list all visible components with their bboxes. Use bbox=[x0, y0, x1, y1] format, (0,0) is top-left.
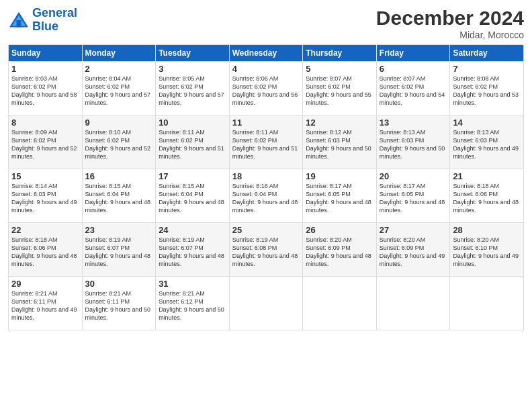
calendar-cell: 5Sunrise: 8:07 AMSunset: 6:02 PMDaylight… bbox=[303, 62, 377, 116]
logo-text: General Blue bbox=[32, 7, 77, 34]
calendar-cell: 8Sunrise: 8:09 AMSunset: 6:02 PMDaylight… bbox=[9, 116, 83, 169]
calendar-cell: 31Sunrise: 8:21 AMSunset: 6:12 PMDayligh… bbox=[156, 277, 230, 330]
header: General Blue December 2024 Midar, Morocc… bbox=[8, 7, 524, 40]
calendar-cell: 28Sunrise: 8:20 AMSunset: 6:10 PMDayligh… bbox=[450, 223, 524, 277]
calendar-cell: 24Sunrise: 8:19 AMSunset: 6:07 PMDayligh… bbox=[156, 223, 230, 277]
calendar-cell: 2Sunrise: 8:04 AMSunset: 6:02 PMDaylight… bbox=[82, 62, 156, 116]
calendar-week-4: 22Sunrise: 8:18 AMSunset: 6:06 PMDayligh… bbox=[9, 223, 524, 277]
calendar-title: December 2024 bbox=[376, 7, 524, 30]
calendar-cell: 26Sunrise: 8:20 AMSunset: 6:09 PMDayligh… bbox=[303, 223, 377, 277]
calendar-cell: 10Sunrise: 8:11 AMSunset: 6:02 PMDayligh… bbox=[156, 116, 230, 169]
logo-line2: Blue bbox=[32, 19, 58, 33]
calendar-cell: 30Sunrise: 8:21 AMSunset: 6:11 PMDayligh… bbox=[82, 277, 156, 330]
col-friday: Friday bbox=[376, 45, 450, 62]
logo-line1: General bbox=[32, 6, 77, 19]
calendar-cell: 25Sunrise: 8:19 AMSunset: 6:08 PMDayligh… bbox=[229, 223, 303, 277]
calendar-cell bbox=[450, 277, 524, 330]
calendar-cell: 4Sunrise: 8:06 AMSunset: 6:02 PMDaylight… bbox=[229, 62, 303, 116]
calendar-subtitle: Midar, Morocco bbox=[376, 30, 524, 40]
col-sunday: Sunday bbox=[9, 45, 83, 62]
calendar-cell: 22Sunrise: 8:18 AMSunset: 6:06 PMDayligh… bbox=[9, 223, 83, 277]
calendar-cell: 3Sunrise: 8:05 AMSunset: 6:02 PMDaylight… bbox=[156, 62, 230, 116]
calendar-cell: 23Sunrise: 8:19 AMSunset: 6:07 PMDayligh… bbox=[82, 223, 156, 277]
calendar-cell: 12Sunrise: 8:12 AMSunset: 6:03 PMDayligh… bbox=[303, 116, 377, 169]
calendar-cell bbox=[376, 277, 450, 330]
calendar-cell bbox=[229, 277, 303, 330]
col-saturday: Saturday bbox=[450, 45, 524, 62]
title-block: December 2024 Midar, Morocco bbox=[376, 7, 524, 40]
calendar-cell bbox=[303, 277, 377, 330]
calendar-cell: 7Sunrise: 8:08 AMSunset: 6:02 PMDaylight… bbox=[450, 62, 524, 116]
col-wednesday: Wednesday bbox=[229, 45, 303, 62]
calendar-cell: 14Sunrise: 8:13 AMSunset: 6:03 PMDayligh… bbox=[450, 116, 524, 169]
calendar-week-2: 8Sunrise: 8:09 AMSunset: 6:02 PMDaylight… bbox=[9, 116, 524, 169]
calendar-cell: 15Sunrise: 8:14 AMSunset: 6:03 PMDayligh… bbox=[9, 169, 83, 223]
calendar-cell: 6Sunrise: 8:07 AMSunset: 6:02 PMDaylight… bbox=[376, 62, 450, 116]
calendar-week-3: 15Sunrise: 8:14 AMSunset: 6:03 PMDayligh… bbox=[9, 169, 524, 223]
calendar-cell: 29Sunrise: 8:21 AMSunset: 6:11 PMDayligh… bbox=[9, 277, 83, 330]
calendar-cell: 17Sunrise: 8:15 AMSunset: 6:04 PMDayligh… bbox=[156, 169, 230, 223]
page-container: General Blue December 2024 Midar, Morocc… bbox=[0, 0, 532, 336]
header-row: Sunday Monday Tuesday Wednesday Thursday… bbox=[9, 45, 524, 62]
calendar-cell: 18Sunrise: 8:16 AMSunset: 6:04 PMDayligh… bbox=[229, 169, 303, 223]
calendar-cell: 19Sunrise: 8:17 AMSunset: 6:05 PMDayligh… bbox=[303, 169, 377, 223]
calendar-week-1: 1Sunrise: 8:03 AMSunset: 6:02 PMDaylight… bbox=[9, 62, 524, 116]
calendar-table: Sunday Monday Tuesday Wednesday Thursday… bbox=[8, 44, 524, 330]
col-monday: Monday bbox=[82, 45, 156, 62]
svg-rect-2 bbox=[17, 20, 21, 28]
calendar-cell: 27Sunrise: 8:20 AMSunset: 6:09 PMDayligh… bbox=[376, 223, 450, 277]
logo-icon bbox=[8, 11, 30, 30]
calendar-cell: 9Sunrise: 8:10 AMSunset: 6:02 PMDaylight… bbox=[82, 116, 156, 169]
calendar-cell: 16Sunrise: 8:15 AMSunset: 6:04 PMDayligh… bbox=[82, 169, 156, 223]
calendar-week-5: 29Sunrise: 8:21 AMSunset: 6:11 PMDayligh… bbox=[9, 277, 524, 330]
calendar-cell: 11Sunrise: 8:11 AMSunset: 6:02 PMDayligh… bbox=[229, 116, 303, 169]
calendar-cell: 21Sunrise: 8:18 AMSunset: 6:06 PMDayligh… bbox=[450, 169, 524, 223]
col-tuesday: Tuesday bbox=[156, 45, 230, 62]
logo: General Blue bbox=[8, 7, 77, 34]
calendar-cell: 1Sunrise: 8:03 AMSunset: 6:02 PMDaylight… bbox=[9, 62, 83, 116]
calendar-cell: 13Sunrise: 8:13 AMSunset: 6:03 PMDayligh… bbox=[376, 116, 450, 169]
calendar-cell: 20Sunrise: 8:17 AMSunset: 6:05 PMDayligh… bbox=[376, 169, 450, 223]
col-thursday: Thursday bbox=[303, 45, 377, 62]
